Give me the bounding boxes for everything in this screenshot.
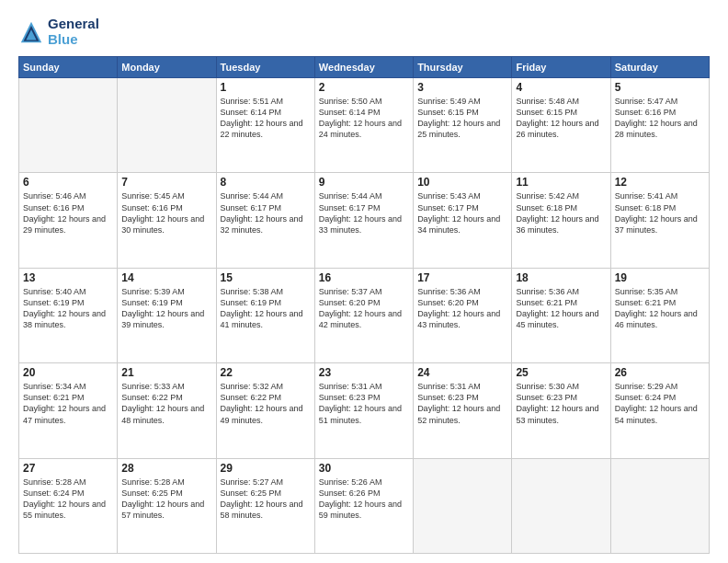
day-number: 16: [319, 271, 409, 284]
calendar-cell: 27Sunrise: 5:28 AMSunset: 6:24 PMDayligh…: [19, 458, 118, 553]
calendar-cell: 15Sunrise: 5:38 AMSunset: 6:19 PMDayligh…: [216, 268, 314, 362]
calendar-header-row: SundayMondayTuesdayWednesdayThursdayFrid…: [19, 57, 710, 78]
day-number: 21: [121, 366, 211, 379]
calendar-cell: 23Sunrise: 5:31 AMSunset: 6:23 PMDayligh…: [314, 363, 413, 458]
calendar-col-sunday: Sunday: [19, 57, 118, 78]
day-info: Sunrise: 5:40 AMSunset: 6:19 PMDaylight:…: [23, 286, 113, 331]
calendar-cell: 6Sunrise: 5:46 AMSunset: 6:16 PMDaylight…: [19, 173, 118, 268]
calendar-cell: [610, 458, 709, 553]
calendar-table: SundayMondayTuesdayWednesdayThursdayFrid…: [18, 56, 710, 554]
calendar-cell: 4Sunrise: 5:48 AMSunset: 6:15 PMDaylight…: [512, 78, 610, 173]
calendar-cell: 12Sunrise: 5:41 AMSunset: 6:18 PMDayligh…: [610, 173, 709, 268]
calendar-cell: 20Sunrise: 5:34 AMSunset: 6:21 PMDayligh…: [19, 363, 118, 458]
calendar-cell: 28Sunrise: 5:28 AMSunset: 6:25 PMDayligh…: [118, 458, 216, 553]
day-number: 6: [23, 176, 113, 189]
calendar-cell: 21Sunrise: 5:33 AMSunset: 6:22 PMDayligh…: [118, 363, 216, 458]
day-number: 29: [221, 462, 311, 475]
day-number: 24: [417, 366, 507, 379]
day-info: Sunrise: 5:51 AMSunset: 6:14 PMDaylight:…: [221, 96, 311, 141]
logo-icon: [18, 19, 44, 45]
logo: General Blue: [18, 17, 99, 47]
calendar-cell: 8Sunrise: 5:44 AMSunset: 6:17 PMDaylight…: [216, 173, 314, 268]
day-info: Sunrise: 5:31 AMSunset: 6:23 PMDaylight:…: [417, 381, 507, 426]
day-number: 13: [23, 271, 113, 284]
calendar-cell: 14Sunrise: 5:39 AMSunset: 6:19 PMDayligh…: [118, 268, 216, 362]
calendar-cell: 10Sunrise: 5:43 AMSunset: 6:17 PMDayligh…: [414, 173, 512, 268]
day-info: Sunrise: 5:35 AMSunset: 6:21 PMDaylight:…: [615, 286, 705, 331]
calendar-col-saturday: Saturday: [610, 57, 709, 78]
calendar-week-2: 6Sunrise: 5:46 AMSunset: 6:16 PMDaylight…: [19, 173, 710, 268]
calendar-col-monday: Monday: [118, 57, 216, 78]
day-number: 22: [221, 366, 311, 379]
day-number: 10: [417, 176, 507, 189]
calendar-col-thursday: Thursday: [414, 57, 512, 78]
calendar-cell: 9Sunrise: 5:44 AMSunset: 6:17 PMDaylight…: [314, 173, 413, 268]
calendar-cell: 16Sunrise: 5:37 AMSunset: 6:20 PMDayligh…: [314, 268, 413, 362]
calendar-cell: 1Sunrise: 5:51 AMSunset: 6:14 PMDaylight…: [216, 78, 314, 173]
day-info: Sunrise: 5:42 AMSunset: 6:18 PMDaylight:…: [516, 190, 606, 236]
calendar-cell: 25Sunrise: 5:30 AMSunset: 6:23 PMDayligh…: [512, 363, 610, 458]
calendar-week-5: 27Sunrise: 5:28 AMSunset: 6:24 PMDayligh…: [19, 458, 710, 553]
day-number: 4: [516, 81, 606, 94]
day-info: Sunrise: 5:32 AMSunset: 6:22 PMDaylight:…: [221, 381, 311, 426]
day-number: 15: [221, 271, 311, 284]
day-info: Sunrise: 5:36 AMSunset: 6:21 PMDaylight:…: [516, 286, 606, 331]
day-number: 30: [319, 462, 409, 475]
header: General Blue: [18, 17, 710, 47]
calendar-week-1: 1Sunrise: 5:51 AMSunset: 6:14 PMDaylight…: [19, 78, 710, 173]
calendar-cell: [512, 458, 610, 553]
day-number: 7: [121, 176, 211, 189]
calendar-cell: 13Sunrise: 5:40 AMSunset: 6:19 PMDayligh…: [19, 268, 118, 362]
day-number: 14: [121, 271, 211, 284]
calendar-week-3: 13Sunrise: 5:40 AMSunset: 6:19 PMDayligh…: [19, 268, 710, 362]
calendar-cell: 18Sunrise: 5:36 AMSunset: 6:21 PMDayligh…: [512, 268, 610, 362]
day-number: 3: [417, 81, 507, 94]
calendar-cell: 19Sunrise: 5:35 AMSunset: 6:21 PMDayligh…: [610, 268, 709, 362]
calendar-cell: 7Sunrise: 5:45 AMSunset: 6:16 PMDaylight…: [118, 173, 216, 268]
day-info: Sunrise: 5:28 AMSunset: 6:24 PMDaylight:…: [23, 477, 113, 522]
logo-text: General Blue: [48, 17, 99, 47]
day-number: 1: [221, 81, 311, 94]
day-number: 11: [516, 176, 606, 189]
calendar-cell: 29Sunrise: 5:27 AMSunset: 6:25 PMDayligh…: [216, 458, 314, 553]
calendar-cell: 2Sunrise: 5:50 AMSunset: 6:14 PMDaylight…: [314, 78, 413, 173]
day-info: Sunrise: 5:28 AMSunset: 6:25 PMDaylight:…: [121, 477, 211, 522]
day-info: Sunrise: 5:49 AMSunset: 6:15 PMDaylight:…: [417, 96, 507, 141]
day-info: Sunrise: 5:38 AMSunset: 6:19 PMDaylight:…: [221, 286, 311, 331]
day-info: Sunrise: 5:41 AMSunset: 6:18 PMDaylight:…: [615, 190, 705, 236]
day-number: 23: [319, 366, 409, 379]
day-info: Sunrise: 5:31 AMSunset: 6:23 PMDaylight:…: [319, 381, 409, 426]
day-number: 17: [417, 271, 507, 284]
day-number: 28: [121, 462, 211, 475]
day-info: Sunrise: 5:27 AMSunset: 6:25 PMDaylight:…: [221, 477, 311, 522]
day-info: Sunrise: 5:43 AMSunset: 6:17 PMDaylight:…: [417, 190, 507, 236]
day-info: Sunrise: 5:45 AMSunset: 6:16 PMDaylight:…: [121, 190, 211, 236]
day-number: 9: [319, 176, 409, 189]
calendar-week-4: 20Sunrise: 5:34 AMSunset: 6:21 PMDayligh…: [19, 363, 710, 458]
day-number: 8: [221, 176, 311, 189]
calendar-col-tuesday: Tuesday: [216, 57, 314, 78]
day-number: 5: [615, 81, 705, 94]
day-info: Sunrise: 5:46 AMSunset: 6:16 PMDaylight:…: [23, 190, 113, 236]
page: General Blue SundayMondayTuesdayWednesda…: [0, 0, 728, 563]
calendar-cell: 30Sunrise: 5:26 AMSunset: 6:26 PMDayligh…: [314, 458, 413, 553]
day-info: Sunrise: 5:44 AMSunset: 6:17 PMDaylight:…: [221, 190, 311, 236]
day-info: Sunrise: 5:29 AMSunset: 6:24 PMDaylight:…: [615, 381, 705, 426]
day-number: 27: [23, 462, 113, 475]
day-number: 19: [615, 271, 705, 284]
day-number: 26: [615, 366, 705, 379]
calendar-cell: [19, 78, 118, 173]
day-number: 18: [516, 271, 606, 284]
day-info: Sunrise: 5:34 AMSunset: 6:21 PMDaylight:…: [23, 381, 113, 426]
day-info: Sunrise: 5:47 AMSunset: 6:16 PMDaylight:…: [615, 96, 705, 141]
calendar-cell: [414, 458, 512, 553]
day-info: Sunrise: 5:48 AMSunset: 6:15 PMDaylight:…: [516, 96, 606, 141]
day-info: Sunrise: 5:33 AMSunset: 6:22 PMDaylight:…: [121, 381, 211, 426]
calendar-cell: 11Sunrise: 5:42 AMSunset: 6:18 PMDayligh…: [512, 173, 610, 268]
calendar-col-wednesday: Wednesday: [314, 57, 413, 78]
day-info: Sunrise: 5:44 AMSunset: 6:17 PMDaylight:…: [319, 190, 409, 236]
calendar-cell: 26Sunrise: 5:29 AMSunset: 6:24 PMDayligh…: [610, 363, 709, 458]
day-number: 2: [319, 81, 409, 94]
calendar-cell: 24Sunrise: 5:31 AMSunset: 6:23 PMDayligh…: [414, 363, 512, 458]
day-info: Sunrise: 5:37 AMSunset: 6:20 PMDaylight:…: [319, 286, 409, 331]
